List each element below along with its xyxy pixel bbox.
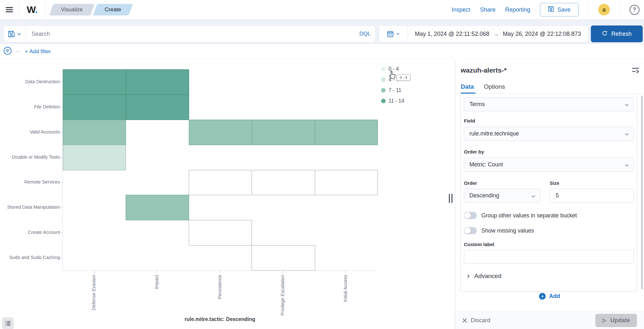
saved-query-icon bbox=[8, 31, 15, 37]
heatmap-plot bbox=[62, 69, 378, 271]
date-from[interactable]: May 1, 2024 @ 22:11:52.068 bbox=[415, 31, 489, 37]
custom-label-input[interactable] bbox=[469, 253, 628, 261]
menu-icon[interactable] bbox=[5, 5, 14, 15]
y-axis-label: Create Account bbox=[0, 230, 60, 235]
heatmap-cell[interactable] bbox=[252, 245, 315, 271]
x-axis-label: Initial Access bbox=[343, 275, 348, 302]
heatmap-cell[interactable] bbox=[315, 120, 378, 145]
breadcrumb-create[interactable]: Create bbox=[95, 4, 131, 15]
x-axis-label: Impact bbox=[154, 275, 159, 289]
heatmap-cell[interactable] bbox=[63, 145, 126, 170]
app-logo[interactable]: W. bbox=[24, 4, 41, 15]
add-bucket-button[interactable]: + Add bbox=[455, 293, 644, 300]
refresh-button[interactable]: Refresh bbox=[591, 25, 643, 42]
heatmap-cell[interactable] bbox=[63, 120, 126, 145]
legend-item[interactable]: 7 - 11 bbox=[381, 87, 404, 94]
breadcrumb: Visualize Create bbox=[51, 4, 131, 15]
advanced-toggle[interactable]: Advanced bbox=[466, 273, 502, 280]
search-input[interactable] bbox=[26, 26, 355, 42]
top-nav: W. Visualize Create Inspect Share Report… bbox=[0, 0, 644, 20]
field-select[interactable]: rule.mitre.technique bbox=[464, 127, 634, 141]
y-axis-tick bbox=[60, 258, 62, 258]
search-bar: DQL bbox=[3, 25, 376, 42]
heatmap-cell[interactable] bbox=[63, 69, 126, 95]
heatmap-cell[interactable] bbox=[189, 220, 252, 245]
panel-scrollbar[interactable] bbox=[641, 95, 643, 289]
heatmap-cell[interactable] bbox=[252, 120, 315, 145]
heatmap-cell[interactable] bbox=[126, 195, 189, 220]
heatmap-cell[interactable] bbox=[189, 170, 252, 195]
heatmap-cell[interactable] bbox=[189, 120, 252, 145]
heatmap-cell[interactable] bbox=[252, 170, 315, 195]
date-range[interactable]: May 1, 2024 @ 22:11:52.068 → May 26, 202… bbox=[408, 26, 588, 42]
help-icon[interactable]: ? bbox=[630, 5, 639, 15]
date-to[interactable]: May 26, 2024 @ 22:12:08.873 bbox=[503, 31, 581, 37]
heatmap-cell[interactable] bbox=[126, 69, 189, 95]
panel-resize-handle[interactable] bbox=[449, 194, 453, 203]
reporting-link[interactable]: Reporting bbox=[505, 6, 530, 13]
panel-divider bbox=[455, 59, 455, 329]
y-axis-tick bbox=[60, 107, 62, 107]
logo-dot: . bbox=[35, 4, 37, 15]
filter-bar: + Add filter bbox=[0, 44, 644, 59]
legend-swatch bbox=[381, 67, 386, 71]
x-axis-tick bbox=[346, 271, 346, 273]
breadcrumb-visualize[interactable]: Visualize bbox=[51, 4, 92, 15]
y-axis-tick bbox=[60, 82, 62, 82]
dql-button[interactable]: DQL bbox=[355, 26, 375, 42]
size-input[interactable] bbox=[555, 192, 628, 199]
legend-swatch bbox=[381, 77, 386, 82]
group-other-toggle[interactable] bbox=[464, 212, 477, 219]
date-picker: May 1, 2024 @ 22:11:52.068 → May 26, 202… bbox=[379, 25, 588, 42]
order-label: Order bbox=[464, 180, 477, 186]
chevron-down-icon bbox=[624, 163, 629, 169]
nav-actions: Inspect Share Reporting Save a ? bbox=[452, 3, 639, 16]
show-missing-label: Show missing values bbox=[481, 227, 534, 234]
collapse-panel-icon[interactable] bbox=[632, 67, 639, 76]
chevron-down-icon bbox=[396, 32, 400, 36]
heatmap-cell[interactable] bbox=[315, 170, 378, 195]
y-axis-tick bbox=[60, 233, 62, 233]
refresh-icon bbox=[602, 30, 608, 38]
add-filter-button[interactable]: + Add filter bbox=[25, 48, 51, 55]
y-axis-tick bbox=[60, 207, 62, 208]
date-arrow: → bbox=[493, 31, 499, 37]
update-button[interactable]: Update bbox=[595, 314, 637, 327]
legend-swatch bbox=[381, 99, 386, 103]
tab-data[interactable]: Data bbox=[461, 83, 474, 90]
y-axis-label: Remote Services bbox=[0, 179, 60, 184]
y-axis-label: Valid Accounts bbox=[0, 129, 60, 135]
discard-button[interactable]: Discard bbox=[462, 317, 490, 324]
size-label: Size bbox=[550, 180, 559, 186]
agg-type-select[interactable]: Terms bbox=[464, 97, 634, 111]
x-axis-tick bbox=[283, 271, 283, 273]
legend-toggle-button[interactable] bbox=[2, 317, 14, 329]
filter-icon[interactable] bbox=[3, 46, 12, 56]
share-link[interactable]: Share bbox=[480, 6, 495, 13]
chevron-right-icon bbox=[466, 274, 470, 278]
y-axis-label: Data Destruction bbox=[0, 79, 60, 84]
y-axis-label: Sudo and Sudo Caching bbox=[0, 255, 60, 260]
y-axis-label: Stored Data Manipulation bbox=[0, 204, 60, 210]
custom-label-wrap bbox=[464, 250, 634, 264]
calendar-menu-button[interactable] bbox=[379, 26, 408, 42]
size-input-wrap bbox=[550, 189, 634, 203]
divider bbox=[588, 3, 589, 16]
avatar[interactable]: a bbox=[598, 4, 610, 15]
x-axis-tick bbox=[94, 271, 94, 273]
legend-item[interactable]: 11 - 14 bbox=[381, 98, 404, 104]
chevron-down-icon bbox=[624, 132, 629, 138]
save-icon bbox=[548, 6, 554, 14]
index-pattern-title: wazuh-alerts-* bbox=[461, 66, 506, 74]
show-missing-toggle[interactable] bbox=[464, 227, 477, 234]
order-select[interactable]: Descending bbox=[464, 189, 540, 203]
saved-query-menu-button[interactable] bbox=[4, 26, 26, 42]
y-axis-label: Disable or Modify Tools bbox=[0, 155, 60, 160]
order-by-select[interactable]: Metric: Count bbox=[464, 158, 634, 172]
x-axis-label: Privilege Escalation bbox=[280, 275, 285, 316]
heatmap-cell[interactable] bbox=[63, 95, 126, 120]
save-button[interactable]: Save bbox=[540, 3, 579, 16]
heatmap-cell[interactable] bbox=[126, 95, 189, 120]
inspect-link[interactable]: Inspect bbox=[452, 6, 470, 13]
tab-options[interactable]: Options bbox=[484, 83, 505, 90]
